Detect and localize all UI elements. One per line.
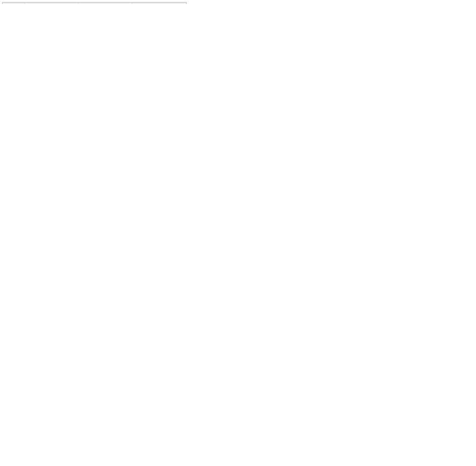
col-A[interactable]: A <box>25 3 78 5</box>
col-B[interactable]: B <box>78 3 132 5</box>
col-C[interactable]: C <box>132 3 186 5</box>
sheet-qua1: A B C 1 Product Order Name 2KTE10345Jame… <box>2 2 187 4</box>
grid-qua1[interactable]: A B C 1 Product Order Name 2KTE10345Jame… <box>3 3 186 4</box>
